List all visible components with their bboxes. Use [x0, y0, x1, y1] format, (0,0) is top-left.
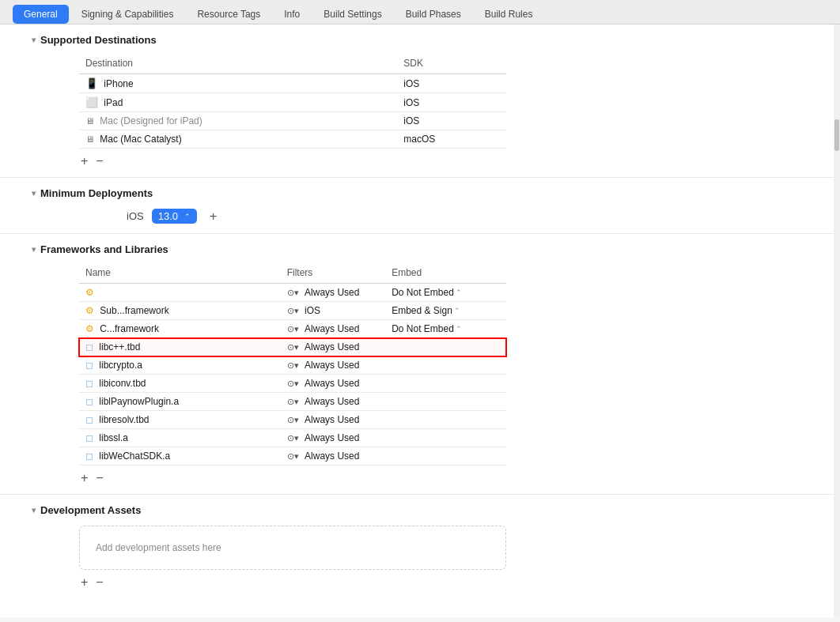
mac-icon: 🖥	[85, 116, 94, 126]
development-assets-title: Development Assets	[40, 504, 141, 516]
framework-icon: ⚙	[85, 287, 94, 298]
framework-name: Sub...framework	[100, 305, 168, 316]
frameworks-title: Frameworks and Libraries	[40, 243, 168, 255]
frameworks-header: ▾ Frameworks and Libraries	[32, 243, 808, 255]
development-assets-section: ▾ Development Assets Add development ass…	[0, 495, 840, 598]
add-framework-button[interactable]: +	[79, 472, 89, 484]
tab-signing[interactable]: Signing & Capabilities	[70, 5, 185, 24]
table-row: ◻ libresolv.tbd ⊙▾ Always Used	[79, 411, 506, 429]
embed-arrow-icon: ⌃	[456, 288, 462, 296]
chevron-icon: ▾	[32, 245, 36, 254]
remove-framework-button[interactable]: −	[94, 472, 104, 484]
dev-assets-drop-zone[interactable]: Add development assets here	[79, 526, 506, 570]
file-icon: ◻	[85, 396, 93, 407]
add-remove-framework: + −	[79, 472, 808, 484]
scrollbar-thumb[interactable]	[834, 119, 839, 151]
file-icon: ◻	[85, 432, 93, 443]
tbd-icon: ◻	[85, 378, 93, 389]
table-row: ⬜ iPad iOS	[79, 93, 506, 112]
tab-general[interactable]: General	[13, 5, 69, 24]
embed-dropdown[interactable]: Do Not Embed ⌃	[392, 287, 500, 298]
ios-version-row: iOS 13.0 ⌃ +	[127, 209, 808, 224]
scrollbar-track	[834, 25, 840, 617]
filter-icon[interactable]: ⊙▾	[287, 342, 299, 352]
table-row: ⚙ BlurredFramework ⊙▾ Always Used Do Not…	[79, 284, 506, 302]
ios-label: iOS	[127, 210, 144, 222]
add-deployment-button[interactable]: +	[210, 209, 217, 224]
table-row: 🖥 Mac (Mac Catalyst) macOS	[79, 130, 506, 149]
chevron-icon: ▾	[32, 36, 36, 44]
supported-destinations-title: Supported Destinations	[40, 34, 157, 46]
embed-arrow-icon: ⌃	[456, 325, 462, 333]
destinations-table: Destination SDK 📱 iPhone iOS ⬜ iPad	[79, 55, 506, 149]
supported-destinations-header: ▾ Supported Destinations	[32, 34, 808, 46]
col-destination: Destination	[79, 55, 397, 74]
supported-destinations-section: ▾ Supported Destinations Destination SDK…	[0, 25, 840, 178]
filter-icon[interactable]: ⊙▾	[287, 379, 299, 389]
filter-icon[interactable]: ⊙▾	[287, 324, 299, 334]
tab-build-rules[interactable]: Build Rules	[474, 5, 544, 24]
file-icon: ◻	[85, 450, 93, 462]
frameworks-section: ▾ Frameworks and Libraries Name Filters …	[0, 234, 840, 495]
tab-bar: General Signing & Capabilities Resource …	[0, 0, 840, 25]
mac-catalyst-icon: 🖥	[85, 134, 94, 144]
table-row: ⚙ C...framework ⊙▾ Always Used Do Not Em…	[79, 320, 506, 338]
framework-name: C...framework	[100, 323, 159, 334]
filter-icon[interactable]: ⊙▾	[287, 306, 299, 316]
add-dev-asset-button[interactable]: +	[79, 576, 89, 589]
table-row: 🖥 Mac (Designed for iPad) iOS	[79, 112, 506, 130]
tab-build-settings[interactable]: Build Settings	[312, 5, 392, 24]
framework-name: liblPaynowPlugin.a	[99, 396, 179, 407]
remove-destination-button[interactable]: −	[94, 155, 104, 168]
framework-name: libresolv.tbd	[99, 414, 149, 425]
table-row: 📱 iPhone iOS	[79, 74, 506, 93]
framework-icon: ⚙	[85, 323, 94, 334]
filter-icon[interactable]: ⊙▾	[287, 360, 299, 371]
version-selector[interactable]: 13.0 ⌃	[152, 209, 197, 224]
development-assets-header: ▾ Development Assets	[32, 504, 808, 516]
tbd-icon: ◻	[85, 341, 93, 352]
framework-name: libc++.tbd	[99, 341, 140, 352]
version-value: 13.0	[158, 210, 178, 222]
framework-icon: ⚙	[85, 305, 94, 316]
framework-name: libcrypto.a	[99, 360, 142, 371]
table-row: ⚙ Sub...framework ⊙▾ iOS Embed & Sign ⌃	[79, 302, 506, 320]
embed-dropdown[interactable]: Do Not Embed ⌃	[392, 323, 500, 334]
add-destination-button[interactable]: +	[79, 155, 89, 168]
frameworks-table: Name Filters Embed ⚙ BlurredFramework ⊙▾…	[79, 265, 506, 466]
dev-assets-placeholder: Add development assets here	[96, 542, 221, 553]
main-content: ▾ Supported Destinations Destination SDK…	[0, 25, 840, 617]
embed-arrow-icon: ⌃	[454, 307, 460, 315]
embed-dropdown[interactable]: Embed & Sign ⌃	[392, 305, 500, 316]
iphone-icon: 📱	[85, 77, 98, 89]
col-filters: Filters	[281, 265, 385, 284]
minimum-deployments-header: ▾ Minimum Deployments	[32, 187, 808, 199]
table-row: ◻ libiconv.tbd ⊙▾ Always Used	[79, 375, 506, 393]
minimum-deployments-section: ▾ Minimum Deployments iOS 13.0 ⌃ +	[0, 178, 840, 234]
table-row: ◻ libcrypto.a ⊙▾ Always Used	[79, 356, 506, 375]
filter-icon[interactable]: ⊙▾	[287, 451, 299, 462]
filter-icon[interactable]: ⊙▾	[287, 397, 299, 407]
dropdown-chevron-icon: ⌃	[184, 213, 191, 221]
tbd-icon: ◻	[85, 414, 93, 425]
dest-iphone: 📱 iPhone	[79, 74, 397, 93]
framework-name: libWeChatSDK.a	[99, 450, 170, 462]
table-row: ◻ liblPaynowPlugin.a ⊙▾ Always Used	[79, 393, 506, 411]
filter-icon[interactable]: ⊙▾	[287, 288, 299, 298]
tab-resource-tags[interactable]: Resource Tags	[186, 5, 271, 24]
framework-name: BlurredFramework	[100, 287, 178, 298]
dest-ipad: ⬜ iPad	[79, 93, 397, 112]
table-row: ◻ libssl.a ⊙▾ Always Used	[79, 429, 506, 447]
filter-icon[interactable]: ⊙▾	[287, 433, 299, 443]
remove-dev-asset-button[interactable]: −	[94, 576, 104, 589]
tab-build-phases[interactable]: Build Phases	[395, 5, 472, 24]
tab-info[interactable]: Info	[273, 5, 311, 24]
highlighted-row: ◻ libc++.tbd ⊙▾ Always Used	[79, 338, 506, 356]
col-embed: Embed	[385, 265, 506, 284]
chevron-icon: ▾	[32, 506, 36, 515]
table-row: ◻ libWeChatSDK.a ⊙▾ Always Used	[79, 447, 506, 466]
filter-icon[interactable]: ⊙▾	[287, 415, 299, 425]
file-icon: ◻	[85, 360, 93, 371]
framework-name: libssl.a	[99, 432, 128, 443]
dest-mac-ipad: 🖥 Mac (Designed for iPad)	[79, 112, 397, 130]
